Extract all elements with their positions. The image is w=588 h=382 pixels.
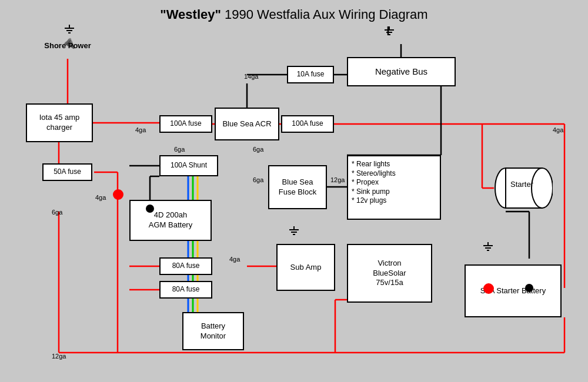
wire-label-6ga-1: 6ga [52,209,62,216]
80a-fuse-2-box: 80A fuse [159,281,212,299]
shore-power-label: Shore Power [41,35,94,56]
50a-fuse-box: 50A fuse [42,163,92,181]
junction-dot-main [113,189,123,200]
wire-label-12ga-1: 12ga [330,176,345,183]
100a-fuse-left-label: 100A fuse [170,119,201,129]
starter-label: Starter [510,180,533,189]
battery-box: 4D 200ahAGM Battery [129,200,212,241]
loads-box: * Rear lights* Stereo/lights* Propex* Si… [347,155,441,220]
iota-charger-box: Iota 45 ampcharger [26,103,93,142]
ground-neg-bus [383,26,395,39]
wire-label-6ga-3: 6ga [253,146,263,153]
wire-label-4ga-1: 4ga [95,194,106,201]
50a-fuse-label: 50A fuse [54,167,81,177]
svg-point-60 [532,168,553,208]
negative-bus-box: Negative Bus [347,57,456,86]
wire-label-4ga-3: 4ga [553,126,563,133]
10a-fuse-label: 10A fuse [297,70,325,79]
wire-label-6ga-2: 6ga [174,146,185,153]
victron-box: VictronBlueSolar75v/15a [347,244,432,303]
loads-label: * Rear lights* Stereo/lights* Propex* Si… [352,160,396,206]
100a-fuse-left-box: 100A fuse [159,115,212,133]
100a-fuse-right-box: 100A fuse [281,115,334,133]
wire-label-14ga: 14ga [244,73,258,80]
wiring-diagram: "Westley" 1990 Westfalia Aux Wiring Diag… [0,0,588,382]
blue-sea-fuse-block-box: Blue SeaFuse Block [268,165,327,209]
sla-battery-box: SLA Starter Battery [465,264,562,317]
80a-fuse-1-label: 80A fuse [172,262,200,271]
battery-label: 4D 200ahAGM Battery [149,210,192,230]
100a-fuse-right-label: 100A fuse [292,119,323,129]
ground-sla [482,242,494,255]
diagram-title: "Westley" 1990 Westfalia Aux Wiring Diag… [0,0,588,22]
junction-dot-sla-neg [525,284,533,292]
sub-amp-label: Sub Amp [290,263,322,273]
100a-shunt-label: 100A Shunt [171,161,207,170]
80a-fuse-1-box: 80A fuse [159,257,212,275]
blue-sea-acr-label: Blue Sea ACR [222,119,271,129]
100a-shunt-box: 100A Shunt [159,155,218,176]
blue-sea-acr-box: Blue Sea ACR [215,108,279,140]
ground-sub-amp [288,226,300,239]
wire-label-4ga-2: 4ga [135,126,146,133]
junction-dot-sla-pos [483,283,494,294]
sub-amp-box: Sub Amp [276,244,335,291]
blue-sea-fuse-block-label: Blue SeaFuse Block [279,177,316,197]
junction-dot-bat-neg [146,205,154,213]
wire-label-6ga-4: 6ga [253,176,263,183]
battery-monitor-box: BatteryMonitor [182,312,244,350]
wire-label-12ga-2: 12ga [52,353,66,360]
iota-charger-label: Iota 45 ampcharger [39,113,80,133]
10a-fuse-box: 10A fuse [287,66,334,83]
victron-label: VictronBlueSolar75v/15a [373,259,406,289]
battery-monitor-label: BatteryMonitor [201,321,226,341]
starter-box: Starter [494,165,553,212]
80a-fuse-2-label: 80A fuse [172,285,200,294]
wire-label-4ga-4: 4ga [229,256,240,263]
negative-bus-label: Negative Bus [375,66,427,78]
